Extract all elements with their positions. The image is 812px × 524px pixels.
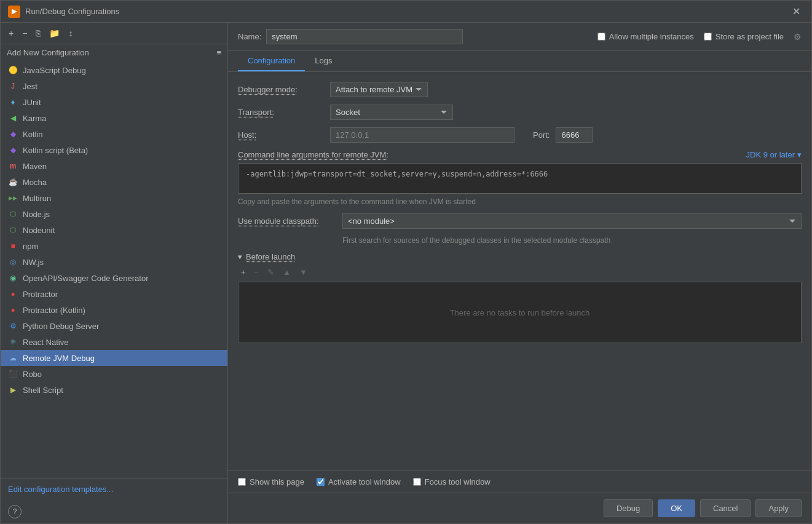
sidebar-list[interactable]: 🟡 JavaScript Debug J Jest ♦ JUnit ◀ Karm… (1, 61, 227, 478)
list-item[interactable]: ◆ Kotlin (1, 126, 227, 142)
dialog-title: Run/Debug Configurations (25, 7, 119, 16)
js-debug-icon: 🟡 (8, 65, 18, 75)
before-launch-header[interactable]: ▾ Before launch (238, 252, 802, 261)
list-item[interactable]: ◎ NW.js (1, 254, 227, 270)
port-input[interactable] (556, 127, 593, 143)
before-launch-remove-button[interactable]: − (251, 266, 262, 278)
list-item[interactable]: ⚛ React Native (1, 334, 227, 350)
before-launch-down-button[interactable]: ▼ (296, 266, 310, 278)
list-item[interactable]: ■ npm (1, 238, 227, 254)
store-project-item: Store as project file (704, 32, 784, 41)
jdk-link[interactable]: JDK 9 or later ▾ (746, 150, 802, 159)
list-item[interactable]: ● Protractor (1, 286, 227, 302)
shell-script-icon: ▶ (8, 385, 18, 395)
junit-icon: ♦ (8, 97, 18, 107)
debugger-mode-label: Debugger mode: (238, 85, 324, 94)
list-item[interactable]: ◀ Karma (1, 110, 227, 126)
module-hint: First search for sources of the debugged… (342, 236, 802, 245)
list-item-label: Shell Script (23, 386, 63, 395)
list-item-label: Karma (23, 114, 46, 123)
apply-button[interactable]: Apply (755, 499, 802, 517)
bottom-options: Show this page Activate tool window Focu… (228, 470, 811, 493)
mocha-icon: ☕ (8, 177, 18, 187)
list-item[interactable]: ♦ JUnit (1, 94, 227, 110)
list-item[interactable]: ◉ OpenAPI/Swagger Code Generator (1, 270, 227, 286)
host-input[interactable] (330, 127, 514, 143)
sort-icon: ≡ (216, 48, 221, 57)
module-row: Use module classpath: <no module> (238, 213, 802, 229)
store-project-checkbox[interactable] (704, 33, 712, 41)
list-item-label: Jest (23, 82, 37, 91)
copy-config-button[interactable]: ⎘ (33, 26, 44, 40)
help-section: ? (1, 500, 227, 523)
list-item-label: Multirun (23, 194, 51, 203)
name-input[interactable] (266, 29, 463, 44)
ok-button[interactable]: OK (658, 499, 695, 517)
debug-button[interactable]: Debug (604, 499, 653, 517)
folder-config-button[interactable]: 📁 (46, 26, 63, 40)
list-item[interactable]: ◆ Kotlin script (Beta) (1, 142, 227, 158)
config-header: Name: Allow multiple instances Store as … (228, 23, 811, 51)
protractor-icon: ● (8, 289, 18, 299)
action-bar: Debug OK Cancel Apply (228, 493, 811, 523)
focus-tool-checkbox[interactable] (413, 478, 421, 486)
list-item[interactable]: ⬡ Node.js (1, 206, 227, 222)
help-button[interactable]: ? (8, 505, 22, 518)
sidebar-footer: Edit configuration templates... (1, 478, 227, 500)
host-port-row: Host: Port: (238, 127, 802, 143)
robo-icon: ⬛ (8, 369, 18, 379)
jdk-link-text: JDK 9 or later (746, 150, 795, 159)
before-launch-edit-button[interactable]: ✎ (264, 266, 277, 278)
debugger-mode-select[interactable]: Attach to remote JVM Listen to remote JV… (330, 82, 428, 97)
list-item[interactable]: m Maven (1, 158, 227, 174)
close-button[interactable]: ✕ (789, 4, 804, 18)
cancel-button[interactable]: Cancel (700, 499, 751, 517)
allow-multiple-label: Allow multiple instances (609, 32, 694, 41)
focus-tool-item: Focus tool window (413, 477, 491, 486)
list-item[interactable]: ▶ Shell Script (1, 382, 227, 398)
show-page-checkbox[interactable] (238, 478, 246, 486)
list-item[interactable]: ▶▶ Multirun (1, 190, 227, 206)
maven-icon: m (8, 161, 18, 171)
cmd-args-box: -agentlib:jdwp=transport=dt_socket,serve… (238, 163, 802, 194)
list-item[interactable]: ☕ Mocha (1, 174, 227, 190)
list-item[interactable]: ⬛ Robo (1, 366, 227, 382)
title-bar: ▶ Run/Debug Configurations ✕ (1, 1, 811, 23)
remove-config-button[interactable]: − (19, 26, 30, 40)
before-launch-empty: There are no tasks to run before launch (450, 308, 590, 317)
edit-templates-link[interactable]: Edit configuration templates... (8, 485, 113, 494)
focus-tool-label: Focus tool window (425, 477, 491, 486)
collapse-icon: ▾ (238, 252, 242, 261)
tab-logs[interactable]: Logs (305, 51, 342, 71)
list-item[interactable]: ● Protractor (Kotlin) (1, 302, 227, 318)
list-item-label: Kotlin script (Beta) (23, 146, 88, 155)
before-launch-add-button[interactable]: + (238, 266, 249, 278)
title-bar-left: ▶ Run/Debug Configurations (8, 6, 119, 18)
module-select-wrapper: <no module> (342, 213, 802, 229)
list-item-label: Nodeunit (23, 226, 55, 235)
tab-configuration[interactable]: Configuration (238, 51, 305, 71)
add-config-button[interactable]: + (6, 26, 17, 40)
module-select[interactable]: <no module> (342, 213, 802, 229)
transport-select[interactable]: Socket Shared memory (330, 105, 453, 120)
activate-tool-item: Activate tool window (317, 477, 401, 486)
chevron-down-icon: ▾ (797, 150, 802, 159)
allow-multiple-checkbox[interactable] (597, 33, 605, 41)
debugger-mode-row: Debugger mode: Attach to remote JVM List… (238, 82, 802, 97)
before-launch-up-button[interactable]: ▲ (280, 266, 294, 278)
sort-config-button[interactable]: ↕ (65, 26, 76, 40)
cmd-args-label: Command line arguments for remote JVM: (238, 150, 388, 159)
list-item[interactable]: ⬡ Nodeunit (1, 222, 227, 238)
list-item[interactable]: 🟡 JavaScript Debug (1, 62, 227, 78)
gear-icon[interactable]: ⚙ (794, 32, 802, 42)
list-item-label: Kotlin (23, 130, 43, 139)
list-item-remote-jvm[interactable]: ☁ Remote JVM Debug (1, 350, 227, 366)
cmd-args-hint: Copy and paste the arguments to the comm… (238, 197, 802, 206)
cmd-args-header: Command line arguments for remote JVM: J… (238, 150, 802, 159)
nodeunit-icon: ⬡ (8, 225, 18, 235)
list-item[interactable]: ⚙ Python Debug Server (1, 318, 227, 334)
activate-tool-checkbox[interactable] (317, 478, 325, 486)
nwjs-icon: ◎ (8, 257, 18, 267)
host-label: Host: (238, 130, 324, 140)
list-item[interactable]: J Jest (1, 78, 227, 94)
